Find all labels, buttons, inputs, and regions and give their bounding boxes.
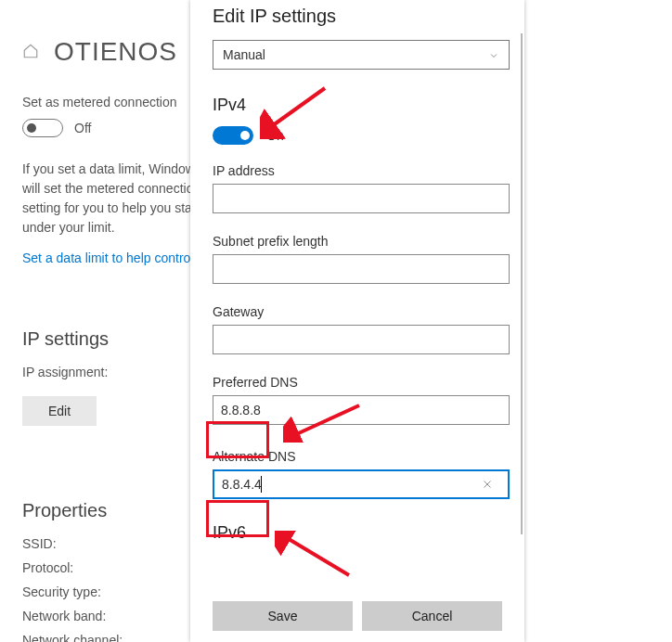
page-title: OTIENOS xyxy=(54,37,177,67)
clear-input-icon[interactable] xyxy=(480,477,495,492)
ipv4-heading: IPv4 xyxy=(213,96,502,115)
metered-description: If you set a data limit, Windows will se… xyxy=(22,160,208,238)
metered-toggle-label: Off xyxy=(74,121,91,135)
save-button[interactable]: Save xyxy=(213,601,353,631)
cancel-button[interactable]: Cancel xyxy=(362,601,502,631)
ip-mode-select[interactable]: Manual xyxy=(213,40,510,70)
gateway-input[interactable] xyxy=(213,325,510,354)
edit-ip-settings-dialog: Edit IP settings Manual IPv4 On IP addre… xyxy=(190,0,524,642)
ip-mode-selected: Manual xyxy=(223,47,265,62)
scrollbar[interactable] xyxy=(521,33,523,534)
subnet-label: Subnet prefix length xyxy=(213,234,502,249)
ip-address-input[interactable] xyxy=(213,184,510,213)
ipv4-toggle[interactable] xyxy=(213,126,253,145)
gateway-label: Gateway xyxy=(213,304,502,319)
home-icon xyxy=(22,43,39,62)
alternate-dns-label: Alternate DNS xyxy=(213,449,502,464)
alternate-dns-input[interactable] xyxy=(213,469,510,499)
preferred-dns-input[interactable] xyxy=(213,395,510,425)
ipv4-toggle-label: On xyxy=(266,128,284,143)
chevron-down-icon xyxy=(488,49,499,60)
dialog-title: Edit IP settings xyxy=(213,6,502,27)
ipv6-heading: IPv6 xyxy=(213,523,502,543)
ip-address-label: IP address xyxy=(213,163,502,178)
text-caret xyxy=(261,476,262,493)
edit-button[interactable]: Edit xyxy=(22,396,97,426)
preferred-dns-label: Preferred DNS xyxy=(213,375,502,390)
subnet-input[interactable] xyxy=(213,254,510,284)
